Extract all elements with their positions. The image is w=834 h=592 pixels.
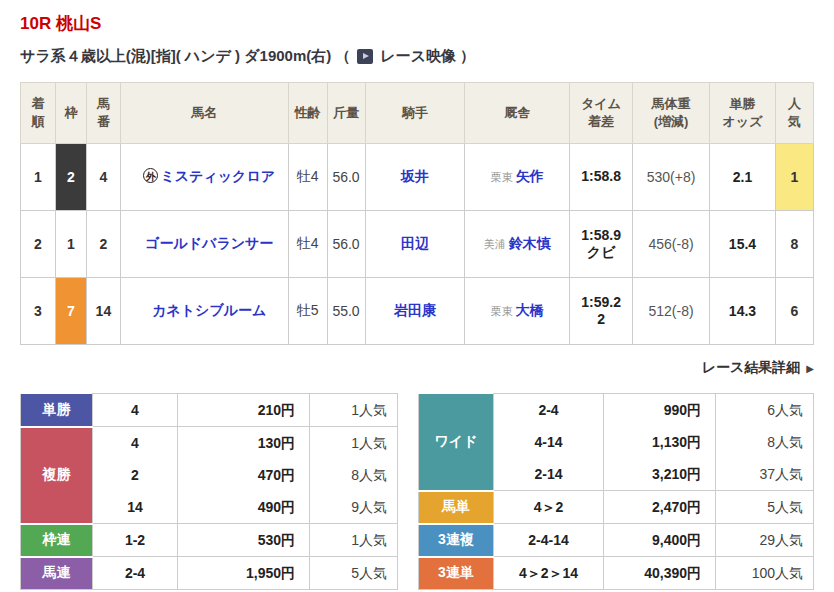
payout-row-trio: 3連複 2-4-14 9,400円 29人気 [419, 524, 814, 557]
payout-popularity: 1人気 [310, 394, 387, 426]
frame-number: 1 [55, 211, 86, 278]
col-header-time: タイム着差 [570, 83, 633, 144]
horse-name-cell: 外ミスティックロア [120, 144, 288, 211]
trainer-link[interactable]: 鈴木慎 [509, 235, 551, 251]
col-header-odds: 単勝オッズ [710, 83, 776, 144]
col-header-number: 馬番 [86, 83, 120, 144]
race-result-detail-link[interactable]: レース結果詳細▶ [20, 359, 814, 377]
combination: 4＞2＞14 [494, 557, 603, 589]
paren-open: （ [335, 47, 350, 66]
col-header-popularity: 人気 [775, 83, 813, 144]
combination: 4＞2 [494, 491, 603, 523]
win-odds: 2.1 [710, 144, 776, 211]
carried-weight: 55.0 [327, 278, 365, 345]
bet-type-label: 3連単 [419, 557, 494, 590]
payout-row-bracket-quinella: 枠連 1-2 530円 1人気 [21, 524, 398, 557]
arrow-right-icon: ▶ [806, 363, 814, 374]
body-weight: 512(-8) [633, 278, 710, 345]
payout-popularity: 5人気 [716, 491, 803, 523]
payout-popularity: 9人気 [310, 491, 387, 523]
payout-amount: 210円 [178, 394, 295, 426]
payout-amount: 990円 [604, 394, 701, 426]
payout-table-right: ワイド 2-4 4-14 2-14 990円 1,130円 3,210円 6人気… [418, 393, 814, 590]
combination: 2 [93, 459, 177, 491]
jockey-cell: 岩田康 [365, 278, 465, 345]
video-play-icon[interactable] [357, 49, 373, 64]
payout-popularity: 8人気 [310, 459, 387, 491]
jockey-link[interactable]: 岩田康 [394, 302, 436, 318]
payout-amount: 130円 [178, 427, 295, 459]
horse-name-cell: ゴールドバランサー [120, 211, 288, 278]
bet-type-label: 3連複 [419, 524, 494, 557]
payout-amount: 1,950円 [178, 557, 295, 589]
payout-row-trifecta: 3連単 4＞2＞14 40,390円 100人気 [419, 557, 814, 590]
payout-amount: 490円 [178, 491, 295, 523]
frame-number: 2 [55, 144, 86, 211]
carried-weight: 56.0 [327, 144, 365, 211]
paren-close: ） [460, 47, 475, 66]
bet-type-label: 馬単 [419, 491, 494, 524]
payout-row-place: 複勝 4 2 14 130円 470円 490円 1人気 8人気 9人気 [21, 427, 398, 524]
results-header-row: 着順 枠 馬番 馬名 性齢 斤量 騎手 厩舎 タイム着差 馬体重(増減) 単勝オ… [21, 83, 814, 144]
col-header-bodyweight: 馬体重(増減) [633, 83, 710, 144]
foreign-bred-mark: 外 [143, 168, 158, 183]
payout-row-win: 単勝 4 210円 1人気 [21, 394, 398, 427]
combination: 4-14 [494, 426, 603, 458]
payout-amount: 470円 [178, 459, 295, 491]
trainer-link[interactable]: 大橋 [516, 302, 544, 318]
race-video-link[interactable]: レース映像 [380, 47, 456, 66]
payout-popularity: 37人気 [716, 458, 803, 490]
horse-number: 14 [86, 278, 120, 345]
page-title: 10R 桃山S [20, 12, 814, 35]
result-row-3: 3 7 14 カネトシブルーム 牡5 55.0 岩田康 栗東大橋 1:59.22… [21, 278, 814, 345]
horse-name-link[interactable]: カネトシブルーム [152, 302, 266, 318]
stable-cell: 栗東矢作 [465, 144, 570, 211]
jockey-link[interactable]: 田辺 [401, 235, 429, 251]
payout-popularity: 6人気 [716, 394, 803, 426]
bet-type-label: ワイド [419, 394, 494, 491]
stable-region: 美浦 [484, 238, 506, 250]
horse-name-link[interactable]: ゴールドバランサー [145, 235, 273, 251]
payout-amount: 40,390円 [604, 557, 701, 589]
payout-amount: 9,400円 [604, 524, 701, 556]
jockey-cell: 田辺 [365, 211, 465, 278]
frame-number: 7 [55, 278, 86, 345]
bet-type-label: 複勝 [21, 427, 93, 524]
jockey-link[interactable]: 坂井 [401, 168, 429, 184]
payout-popularity: 29人気 [716, 524, 803, 556]
race-conditions-text: サラ系４歳以上(混)[指]( ハンデ ) ダ1900m(右) [20, 47, 331, 66]
payout-popularity: 1人気 [310, 427, 387, 459]
popularity-rank: 8 [775, 211, 813, 278]
time-margin-cell: 1:58.9クビ [570, 211, 633, 278]
finish-position: 2 [21, 211, 56, 278]
bet-type-label: 馬連 [21, 557, 93, 590]
combination: 2-4 [93, 557, 177, 589]
payout-popularity: 5人気 [310, 557, 387, 589]
combination: 4 [93, 394, 177, 426]
payout-section: 単勝 4 210円 1人気 複勝 4 2 14 130円 470円 490円 1… [20, 393, 814, 590]
payout-amount: 530円 [178, 524, 295, 556]
horse-number: 2 [86, 211, 120, 278]
payout-amount: 1,130円 [604, 426, 701, 458]
col-header-jockey: 騎手 [365, 83, 465, 144]
trainer-link[interactable]: 矢作 [516, 168, 544, 184]
finish-position: 1 [21, 144, 56, 211]
race-results-table: 着順 枠 馬番 馬名 性齢 斤量 騎手 厩舎 タイム着差 馬体重(増減) 単勝オ… [20, 82, 814, 345]
payout-amount: 3,210円 [604, 458, 701, 490]
win-odds: 14.3 [710, 278, 776, 345]
time-margin-cell: 1:59.22 [570, 278, 633, 345]
bet-type-label: 単勝 [21, 394, 93, 427]
payout-amount: 2,470円 [604, 491, 701, 523]
col-header-sexage: 性齢 [288, 83, 327, 144]
stable-region: 栗東 [491, 305, 513, 317]
combination: 1-2 [93, 524, 177, 556]
combination: 14 [93, 491, 177, 523]
popularity-rank: 6 [775, 278, 813, 345]
horse-name-link[interactable]: ミスティックロア [160, 168, 275, 184]
payout-popularity: 1人気 [310, 524, 387, 556]
col-header-name: 馬名 [120, 83, 288, 144]
result-row-1: 1 2 4 外ミスティックロア 牡4 56.0 坂井 栗東矢作 1:58.8 5… [21, 144, 814, 211]
payout-table-left: 単勝 4 210円 1人気 複勝 4 2 14 130円 470円 490円 1… [20, 393, 398, 590]
body-weight: 456(-8) [633, 211, 710, 278]
stable-cell: 美浦鈴木慎 [465, 211, 570, 278]
